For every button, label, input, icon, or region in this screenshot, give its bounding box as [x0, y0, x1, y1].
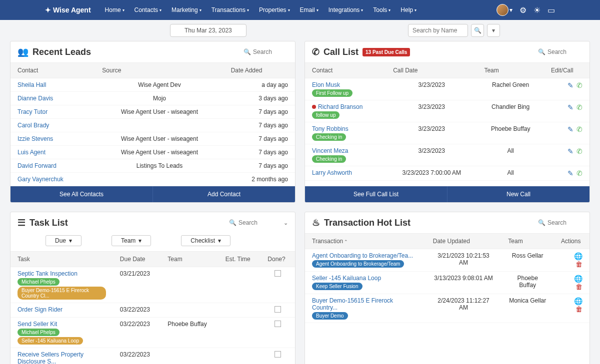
transaction-cell: Buyer Demo-15615 E Firerock Country...Bu… [305, 294, 426, 323]
user-menu[interactable]: ▾ [496, 4, 512, 16]
globe-icon[interactable]: 🌐 [574, 297, 582, 305]
search-input[interactable] [408, 24, 468, 37]
bell-icon[interactable]: ☀ [534, 5, 540, 15]
chevron-down-icon: ▾ [316, 8, 318, 12]
edit-icon[interactable]: ✎ [568, 125, 574, 133]
globe-icon[interactable]: 🌐 [574, 275, 582, 283]
task-link[interactable]: Send Seller Kit [18, 321, 57, 328]
done-checkbox[interactable] [274, 306, 281, 313]
transaction-link[interactable]: Buyer Demo-15615 E Firerock Country... [312, 297, 393, 311]
panel-search[interactable]: 🔍 [538, 219, 582, 226]
nav-item-tools[interactable]: Tools▾ [368, 1, 396, 18]
delete-icon[interactable]: 🗑 [576, 260, 582, 268]
edit-icon[interactable]: ✎ [568, 169, 574, 177]
nav-item-marketing[interactable]: Marketing▾ [166, 1, 206, 18]
search-options-button[interactable]: ▾ [487, 24, 500, 37]
trans-table: Transaction⌃ Date Updated Team Actions A… [305, 233, 590, 323]
delete-icon[interactable]: 🗑 [576, 305, 582, 313]
done-checkbox[interactable] [274, 321, 281, 327]
filter-team[interactable]: Team▾ [112, 235, 151, 246]
team-cell: Ross Gellar [501, 249, 554, 272]
contact-link[interactable]: Sheila Hall [18, 81, 46, 88]
chevron-down-icon[interactable]: ⌄ [284, 220, 288, 226]
panel-search-input[interactable] [548, 48, 582, 55]
filter-due[interactable]: Due▾ [46, 235, 82, 246]
task-link[interactable]: Order Sign Rider [18, 306, 62, 313]
nav-item-integrations[interactable]: Integrations▾ [324, 1, 368, 18]
panel-search[interactable]: 🔍 [229, 219, 274, 226]
call-icon[interactable]: ✆ [576, 147, 582, 155]
done-checkbox[interactable] [274, 351, 281, 358]
gear-icon[interactable]: ⚙ [520, 5, 526, 15]
task-link[interactable]: Receive Sellers Property Disclosure S... [18, 351, 84, 364]
team-cell [160, 348, 218, 364]
panel-search[interactable]: 🔍 [244, 48, 288, 55]
nav-item-home[interactable]: Home▾ [100, 1, 130, 18]
table-row: Seller -145 Kailuana LoopKeep Seller Fus… [305, 272, 590, 294]
contact-link[interactable]: Dianne Davis [18, 95, 53, 102]
team-cell: All [477, 166, 544, 181]
search-button[interactable]: 🔍 [471, 24, 484, 37]
table-row: Izzie StevensWise Agent User - wiseagent… [10, 132, 295, 146]
contact-link[interactable]: Izzie Stevens [18, 135, 53, 142]
status-pill: Checking in [312, 155, 346, 163]
panel-search-input[interactable] [253, 48, 288, 55]
due-date-cell: 03/22/2023 [113, 318, 160, 348]
call-icon[interactable]: ✆ [576, 81, 582, 89]
panel-search-input[interactable] [238, 219, 274, 226]
transaction-link[interactable]: Seller -145 Kailuana Loop [312, 275, 381, 282]
source-cell [95, 173, 224, 186]
col-team: Team [501, 234, 554, 249]
contact-link[interactable]: Larry Ashworth [312, 169, 352, 176]
phone-icon: ✆ [312, 46, 320, 57]
chevron-down-icon: ▾ [361, 8, 363, 12]
edit-icon[interactable]: ✎ [568, 147, 574, 155]
see-all-contacts-button[interactable]: See All Contacts [10, 186, 153, 202]
tag-pill: Keep Seller Fusion [312, 283, 362, 290]
panel-search-input[interactable] [548, 219, 582, 226]
nav-item-email[interactable]: Email▾ [295, 1, 324, 18]
nav-item-contacts[interactable]: Contacts▾ [130, 1, 166, 18]
source-cell: Mojo [95, 92, 224, 105]
globe-icon[interactable]: 🌐 [574, 252, 582, 260]
col-transaction[interactable]: Transaction⌃ [305, 234, 426, 249]
contact-link[interactable]: Elon Musk [312, 81, 340, 88]
date-added-cell: 7 days ago [224, 146, 295, 159]
panel-search[interactable]: 🔍 [538, 48, 582, 55]
chevron-down-icon: ▾ [414, 8, 416, 12]
date-added-cell: 7 days ago [224, 132, 295, 146]
call-icon[interactable]: ✆ [576, 125, 582, 133]
task-cell: Receive Sellers Property Disclosure S...… [10, 348, 113, 364]
nav-item-properties[interactable]: Properties▾ [254, 1, 295, 18]
contact-link[interactable]: Vincent Meza [312, 147, 348, 154]
edit-icon[interactable]: ✎ [568, 81, 574, 89]
edit-icon[interactable]: ✎ [568, 103, 574, 111]
filter-checklist[interactable]: Checklist▾ [181, 235, 230, 246]
est-time-cell [218, 303, 261, 318]
done-checkbox[interactable] [274, 270, 281, 277]
transaction-link[interactable]: Agent Onboarding to Brokerage/Tea... [312, 252, 413, 259]
call-icon[interactable]: ✆ [576, 103, 582, 111]
contact-link[interactable]: David Forward [18, 162, 56, 169]
contact-link[interactable]: Luis Agent [18, 149, 46, 156]
task-link[interactable]: Septic Tank Inspection [18, 270, 78, 277]
contact-link[interactable]: Tony Robbins [312, 125, 348, 132]
contact-link[interactable]: Carol Brady [18, 122, 49, 129]
new-call-button[interactable]: New Call [448, 186, 590, 202]
delete-icon[interactable]: 🗑 [576, 283, 582, 291]
nav-item-help[interactable]: Help▾ [396, 1, 422, 18]
contact-link[interactable]: Tracy Tutor [18, 108, 48, 115]
contact-link[interactable]: Richard Branson [318, 103, 362, 110]
call-icon[interactable]: ✆ [576, 169, 582, 177]
team-cell: Phoebe Buffay [477, 122, 544, 144]
date-added-cell: 7 days ago [224, 159, 295, 173]
brand-text: Wise Agent [53, 6, 91, 14]
chevron-down-icon: ▾ [388, 8, 390, 12]
add-contact-button[interactable]: Add Contact [153, 186, 295, 202]
contact-link[interactable]: Gary Vaynerchuk [18, 176, 64, 183]
nav-item-transactions[interactable]: Transactions▾ [206, 1, 254, 18]
brand-logo[interactable]: ✦ Wise Agent [45, 6, 91, 14]
chat-icon[interactable]: ▭ [548, 5, 555, 15]
est-time-cell [218, 348, 261, 364]
see-full-call-list-button[interactable]: See Full Call List [305, 186, 448, 202]
